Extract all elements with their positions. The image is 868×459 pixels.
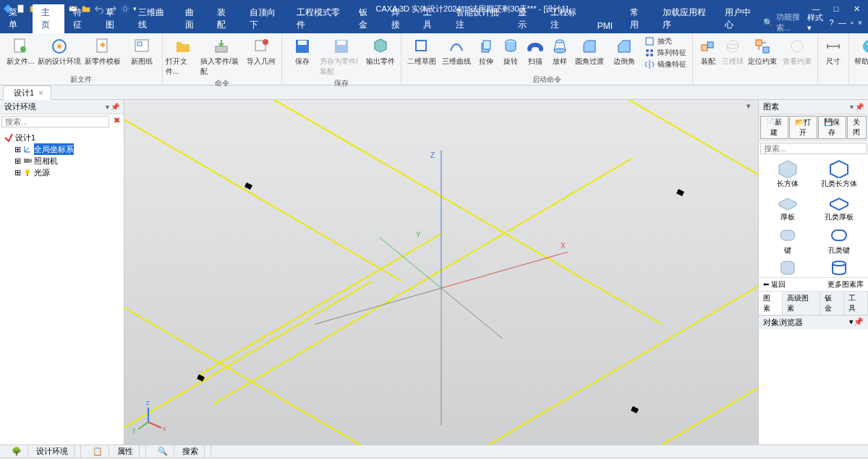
revolve-button[interactable]: 旋转 [498,35,523,68]
help-icon[interactable]: ? [830,18,834,27]
svg-point-12 [57,44,61,49]
shape-key[interactable]: 键 [762,225,814,256]
assemble-button[interactable]: 装配 [696,35,720,68]
lib-pin-icon[interactable]: 📌 [855,103,864,111]
search-icon: 🔍 [152,446,174,457]
library-panel: 图素 ▾📌 📄新建 📂打开 💾保存 关闭 ✖ 长方体 孔类长方体 厚板 孔类厚板… [758,100,868,445]
tab-menu[interactable]: 菜单 [0,4,33,33]
svg-rect-34 [702,45,707,51]
function-search[interactable]: 🔍 功能搜索... [763,12,804,33]
tab-surface[interactable]: 曲面 [176,4,209,33]
svg-text:X: X [561,242,566,250]
3d-viewport[interactable]: ▾ Z [124,100,758,445]
new-part-template-button[interactable]: 新零件模板 [81,35,124,68]
tab-common[interactable]: 常用 [621,4,654,33]
style-dropdown[interactable]: 样式 ▾ [807,12,825,33]
document-tab[interactable]: 设计1 × [3,85,51,100]
save-button[interactable]: 保存 [285,35,320,68]
lib-open-button[interactable]: 📂打开 [789,116,817,139]
export-part-button[interactable]: 输出零件 [363,35,398,68]
new-drawing-button[interactable]: 新图纸 [124,35,159,68]
browser-pin-icon[interactable]: 📌 [854,317,864,326]
new-file-button[interactable]: 新文件... [3,35,38,68]
mirror-item[interactable]: 镜像特征 [644,59,686,70]
tab-weld[interactable]: 焊接 [383,4,415,33]
lib-close-button[interactable]: 关闭 [847,116,867,139]
lib-tab-primitives[interactable]: 图素 [759,292,783,315]
shape-holeslab[interactable]: 孔类厚板 [814,192,866,222]
tab-engpart[interactable]: 工程模式零件 [288,4,350,33]
left-panel-tabs: 🌳设计环境 📋属性 🔍搜索 [0,445,868,458]
new-design-env-button[interactable]: 新的设计环境 [38,35,81,68]
insert-part-button[interactable]: 插入零件/装配 [200,35,244,78]
tab-properties[interactable]: 📋属性 [81,445,146,458]
sketch2d-button[interactable]: 二维草图 [404,35,439,68]
lib-tab-advanced[interactable]: 高级图素 [783,292,821,315]
tree-search-input[interactable] [1,116,109,127]
lib-save-button[interactable]: 💾保存 [818,116,846,139]
tab-assembly[interactable]: 装配 [208,4,241,33]
svg-rect-16 [216,46,227,52]
open-file-button[interactable]: 打开文件... [166,35,200,78]
shape-cylinder[interactable]: 圆柱体 [762,258,814,277]
ribbon-close-icon[interactable]: × [858,18,862,27]
tab-3dcurve[interactable]: 三维曲线 [129,4,176,33]
import-geom-button[interactable]: 导入几何 [244,35,278,68]
chamfer-button[interactable]: 边倒角 [607,35,642,68]
shell-item[interactable]: 抽壳 [644,36,686,46]
viewport-menu-icon[interactable]: ▾ [746,101,757,111]
lib-more-button[interactable]: 更多图素库 [827,279,864,290]
search-clear-icon[interactable]: ✖ [111,116,122,127]
curve3d-button[interactable]: 三维曲线 [439,35,474,68]
tab-sheetmetal[interactable]: 钣金 [350,4,383,33]
lib-back-button[interactable]: ⬅ 返回 [763,279,786,290]
tab-topdown[interactable]: 自顶向下 [241,4,288,33]
tab-display[interactable]: 显示 [509,4,542,33]
shape-holebox[interactable]: 孔类长方体 [814,159,866,189]
svg-point-10 [20,46,26,52]
tab-engnote[interactable]: 工程标注 [542,4,589,33]
dimension-button[interactable]: 尺寸 [821,35,846,68]
svg-rect-45 [27,174,28,176]
tree-root[interactable]: 设计1 [4,132,119,143]
tree-node-light[interactable]: ⊞光源 [4,167,119,178]
expand-icon[interactable]: ⊞ [14,167,21,178]
tab-tools[interactable]: 工具 [414,4,447,33]
panel-dropdown-icon[interactable]: ▾ [106,103,109,111]
svg-line-46 [124,100,401,281]
tab-addin[interactable]: 加载应用程序 [654,4,716,33]
lib-dropdown-icon[interactable]: ▾ [850,103,854,111]
lib-search-input[interactable] [760,143,867,154]
fillet-button[interactable]: 圆角过渡 [572,35,607,68]
doctab-close-icon[interactable]: × [38,88,43,97]
tab-home[interactable]: 主页 [33,4,65,33]
tree-node-coords[interactable]: ⊞全局坐标系 [4,143,119,155]
lib-tab-sheetmetal[interactable]: 钣金 [820,292,844,315]
extrude-button[interactable]: 拉伸 [474,35,498,68]
tab-pmi[interactable]: PMI [589,19,621,33]
redo-icon[interactable] [107,4,117,14]
ribbon-minimize-icon[interactable]: — [838,18,846,27]
position-constraint-button[interactable]: 定位约束 [745,35,780,68]
ribbon-restore-icon[interactable]: ▫ [851,18,854,27]
pattern-item[interactable]: 阵列特征 [644,48,686,58]
tab-search[interactable]: 🔍搜索 [146,445,211,458]
undo-icon[interactable] [94,4,104,14]
help-tutorial-button[interactable]: ?帮助/教程 [852,35,868,68]
tab-smartnote[interactable]: 智能设计批注 [447,4,509,33]
shape-holekey[interactable]: 孔类键 [814,225,866,256]
expand-icon[interactable]: ⊞ [14,143,21,155]
tree-node-camera[interactable]: ⊞照相机 [4,155,119,167]
tab-feature[interactable]: 特征 [64,4,97,33]
panel-pin-icon[interactable]: 📌 [111,103,119,111]
tab-usercenter[interactable]: 用户中心 [716,4,763,33]
lib-new-button[interactable]: 📄新建 [760,116,788,139]
tab-design-env[interactable]: 🌳设计环境 [0,445,81,458]
lib-tab-tools[interactable]: 工具 [844,292,868,315]
expand-icon[interactable]: ⊞ [14,155,21,167]
shape-holecylinder[interactable]: 孔类圆柱体 [814,258,866,277]
shape-slab[interactable]: 厚板 [762,192,814,222]
loft-button[interactable]: 放样 [548,35,572,68]
shape-box[interactable]: 长方体 [762,159,814,189]
sweep-button[interactable]: 扫描 [523,35,548,68]
